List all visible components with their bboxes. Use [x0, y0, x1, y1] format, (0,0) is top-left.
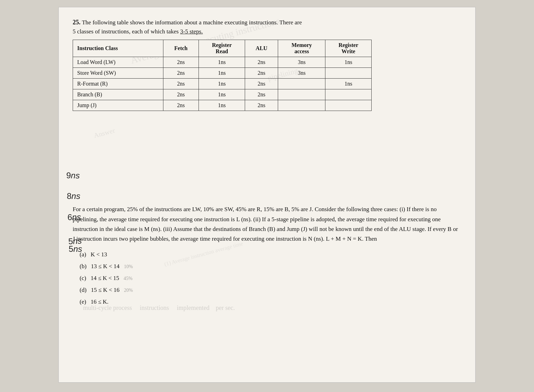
col-header-register-read: RegisterRead	[199, 40, 245, 57]
option-a-text: K < 13	[91, 251, 107, 258]
options-list: (a) K < 13 (b) 13 ≤ K < 14 10% (c) 14 ≤ …	[73, 249, 461, 308]
bottom-handwriting: multi-cycle process instructions impleme…	[73, 304, 461, 312]
option-c-text: 14 ≤ K < 15	[91, 275, 119, 281]
cell-lw-reg-write: 1ns	[325, 57, 372, 67]
cell-sw-reg-read: 1ns	[199, 67, 245, 78]
cell-b-mem	[278, 89, 325, 100]
table-row: Store Word (SW) 2ns 1ns 2ns 3ns	[73, 67, 372, 78]
question-header: 25. The following table shows the inform…	[73, 18, 461, 36]
table-row: Load Word (LW) 2ns 1ns 2ns 3ns 1ns	[73, 57, 372, 67]
cell-j-name: Jump (J)	[73, 100, 163, 111]
cell-j-mem	[278, 100, 325, 111]
cell-r-reg-write: 1ns	[325, 78, 372, 89]
percent-20: 20%	[124, 288, 133, 293]
option-d-text: 15 ≤ K < 16	[91, 287, 120, 293]
cell-b-fetch: 2ns	[163, 89, 199, 100]
option-d: (d) 15 ≤ K < 16 20%	[80, 284, 461, 296]
option-d-label: (d)	[80, 287, 87, 293]
question-text-line1: The following table shows the informatio…	[82, 19, 302, 26]
cell-r-mem	[278, 78, 325, 89]
question-number: 25.	[73, 19, 81, 26]
col-header-register-write: RegisterWrite	[325, 40, 372, 57]
percent-10: 10%	[124, 264, 133, 269]
col-header-memory-access: Memoryaccess	[278, 40, 325, 57]
question-text-line2: 5 classes of instructions, each of which…	[73, 28, 179, 35]
cell-j-alu: 2ns	[245, 100, 278, 111]
table-row: Branch (B) 2ns 1ns 2ns	[73, 89, 372, 100]
option-c: (c) 14 ≤ K < 15 45%	[80, 272, 461, 284]
cell-r-name: R-Format (R)	[73, 78, 163, 89]
cell-lw-name: Load Word (LW)	[73, 57, 163, 67]
cell-b-reg-write	[325, 89, 372, 100]
cell-sw-reg-write	[325, 67, 372, 78]
cell-b-alu: 2ns	[245, 89, 278, 100]
cell-lw-alu: 2ns	[245, 57, 278, 67]
option-b-text: 13 ≤ K < 14	[91, 263, 120, 270]
annotation-8ns: 8ns	[67, 187, 455, 205]
cell-lw-reg-read: 1ns	[199, 57, 245, 67]
cell-sw-name: Store Word (SW)	[73, 67, 163, 78]
option-b-label: (b)	[80, 263, 87, 270]
cell-j-reg-write	[325, 100, 372, 111]
option-a-label: (a)	[80, 251, 86, 258]
cell-b-reg-read: 1ns	[199, 89, 245, 100]
percent-45: 45%	[124, 276, 133, 281]
table-row: R-Format (R) 2ns 1ns 2ns 1ns	[73, 78, 372, 89]
cell-j-fetch: 2ns	[163, 100, 199, 111]
cell-sw-alu: 2ns	[245, 67, 278, 78]
cell-r-alu: 2ns	[245, 78, 278, 89]
col-header-instruction-class: Instruction Class	[73, 40, 163, 57]
body-paragraph: For a certain program, 25% of the instru…	[73, 205, 461, 243]
cell-lw-fetch: 2ns	[163, 57, 199, 67]
cell-sw-mem: 3ns	[278, 67, 325, 78]
cell-r-reg-read: 1ns	[199, 78, 245, 89]
table-header-row: Instruction Class Fetch RegisterRead ALU…	[73, 40, 372, 57]
col-header-fetch: Fetch	[163, 40, 199, 57]
table-row: Jump (J) 2ns 1ns 2ns	[73, 100, 372, 111]
cell-j-reg-read: 1ns	[199, 100, 245, 111]
cell-sw-fetch: 2ns	[163, 67, 199, 78]
option-c-label: (c)	[80, 275, 86, 281]
cell-lw-mem: 3ns	[278, 57, 325, 67]
instruction-table: Instruction Class Fetch RegisterRead ALU…	[73, 40, 372, 111]
col-header-alu: ALU	[245, 40, 278, 57]
option-b: (b) 13 ≤ K < 14 10%	[80, 261, 461, 272]
cell-b-name: Branch (B)	[73, 89, 163, 100]
option-a: (a) K < 13	[80, 249, 461, 261]
cell-r-fetch: 2ns	[163, 78, 199, 89]
steps-text: 3-5 steps.	[180, 28, 203, 35]
